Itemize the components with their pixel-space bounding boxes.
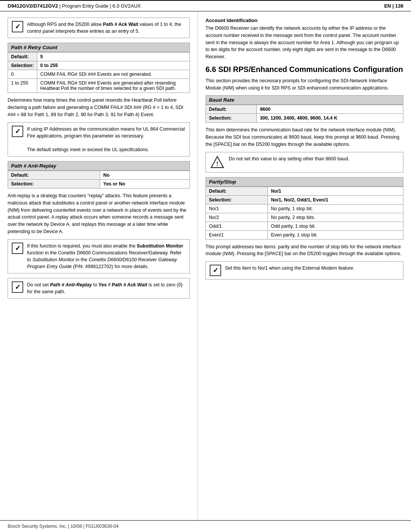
note-text-3: If this function is required, you must a… (27, 243, 186, 270)
main-content: Although RPS and the D5200 allow Path # … (0, 11, 411, 520)
warning-text-1: Do not set this value to any setting oth… (229, 155, 349, 162)
checkmark-icon-4 (12, 281, 23, 293)
baud-rate-table: Default: 9600 Selection: 300, 1200, 2400… (206, 105, 403, 123)
header-left: D9412GV2/D7412GV2 | Program Entry Guide … (8, 3, 141, 9)
default-value: 5 (37, 53, 190, 61)
parity-row-key-0: No/1 (206, 204, 268, 213)
parity-selection-label: Selection: (206, 195, 268, 204)
baud-rate-section-header: Baud Rate (206, 95, 403, 105)
right-column: Account Identification The D6600 Receive… (198, 11, 411, 520)
selection-label: Selection: (8, 61, 37, 70)
section-66-title: SDI RPS/Enhanced Communications Configur… (218, 65, 403, 73)
antireplay-default-label: Default: (8, 171, 100, 180)
account-id-body: The D6600 Receiver can identify the netw… (206, 25, 403, 61)
parity-row-val-3: Even parity, 1 stop bit. (268, 230, 403, 239)
account-id-heading: Account Identification (206, 18, 403, 23)
note-text-4: Do not set Path # Anti-Replay to Yes if … (27, 281, 186, 295)
section-66-body: This section provides the necessary prom… (206, 77, 403, 92)
checkmark-icon-1 (12, 21, 23, 32)
baud-selection-value: 300, 1200, 2400, 4800, 9600, 14.4 K (256, 114, 403, 123)
section-66-num: 6.6 (206, 65, 216, 73)
anti-replay-section-header: Path # Anti-Replay (8, 161, 190, 171)
table-row-key-0: 0 (8, 70, 37, 79)
parity-default-label: Default: (206, 187, 268, 195)
note-box-5: Set this item to No/1 when using the Ext… (206, 261, 403, 280)
antireplay-selection-value: Yes or No (100, 180, 190, 189)
checkmark-icon-5 (210, 265, 221, 276)
baud-body-text: This item determines the communication b… (206, 126, 403, 148)
parity-stop-table: Default: No/1 Selection: No/1, No/2, Odd… (206, 187, 403, 240)
parity-selection-value: No/1, No/2, Odd/1, Even/1 (268, 195, 403, 204)
note-text-1: Although RPS and the D5200 allow Path # … (27, 21, 186, 35)
page-footer: Bosch Security Systems, Inc. | 10/08 | F… (0, 520, 411, 532)
path-retry-table: Default: 5 Selection: 0 to 255 0 COMM FA… (8, 52, 190, 93)
note-box-4: Do not set Path # Anti-Replay to Yes if … (8, 278, 190, 299)
table-row-val-1: COMM FAIL RG# SDI ### Events are generat… (37, 79, 190, 93)
section-66-heading: 6.6 SDI RPS/Enhanced Communications Conf… (206, 64, 403, 74)
parity-row-key-1: No/2 (206, 213, 268, 222)
note-box-1: Although RPS and the D5200 allow Path # … (8, 18, 190, 38)
parity-row-val-2: Odd parity, 1 stop bit. (268, 222, 403, 230)
selection-value: 0 to 255 (37, 61, 190, 70)
svg-text:!: ! (216, 161, 218, 167)
path-retry-section-header: Path # Retry Count (8, 43, 190, 52)
default-label: Default: (8, 53, 37, 61)
parity-body-text: This prompt addresses two items: parity … (206, 243, 403, 258)
note-box-2: If using IP Addresses as the communicati… (8, 122, 190, 157)
warning-box-1: ! Do not set this value to any setting o… (206, 152, 403, 173)
checkmark-icon-2 (12, 126, 23, 137)
note-box-3: If this function is required, you must a… (8, 239, 190, 274)
antireplay-selection-label: Selection: (8, 180, 100, 189)
header-right: EN | 138 (384, 3, 403, 9)
page: D9412GV2/D7412GV2 | Program Entry Guide … (0, 0, 411, 532)
parity-stop-section-header: Parity/Stop (206, 177, 403, 187)
checkmark-icon-3 (12, 243, 23, 254)
note-text-2: If using IP Addresses as the communicati… (27, 126, 186, 153)
parity-default-value: No/1 (268, 187, 403, 195)
warning-triangle-icon: ! (210, 155, 224, 169)
note-text-5: Set this item to No/1 when using the Ext… (225, 265, 354, 272)
baud-default-value: 9600 (256, 105, 403, 114)
parity-row-key-2: Odd/1 (206, 222, 268, 230)
header-subtitle: | Program Entry Guide | 6.0 GV2AUX (58, 3, 141, 9)
page-header: D9412GV2/D7412GV2 | Program Entry Guide … (0, 0, 411, 11)
left-column: Although RPS and the D5200 allow Path # … (0, 11, 198, 520)
antireplay-default-value: No (100, 171, 190, 180)
parity-row-key-3: Even/1 (206, 230, 268, 239)
antireplay-body-text: Anti-replay is a strategy that counters … (8, 192, 190, 235)
header-product: D9412GV2/D7412GV2 (8, 3, 58, 9)
parity-row-val-1: No parity, 2 stop bits. (268, 213, 403, 222)
retry-body-text: Determines how many times the control pa… (8, 97, 190, 118)
baud-default-label: Default: (206, 105, 257, 114)
baud-selection-label: Selection: (206, 114, 257, 123)
table-row-val-0: COMM FAIL RG# SDI ### Events are not gen… (37, 70, 190, 79)
anti-replay-table: Default: No Selection: Yes or No (8, 171, 190, 189)
footer-text: Bosch Security Systems, Inc. | 10/08 | F… (8, 524, 119, 529)
parity-row-val-0: No parity, 1 stop bit. (268, 204, 403, 213)
table-row-key-1: 1 to 255 (8, 79, 37, 93)
